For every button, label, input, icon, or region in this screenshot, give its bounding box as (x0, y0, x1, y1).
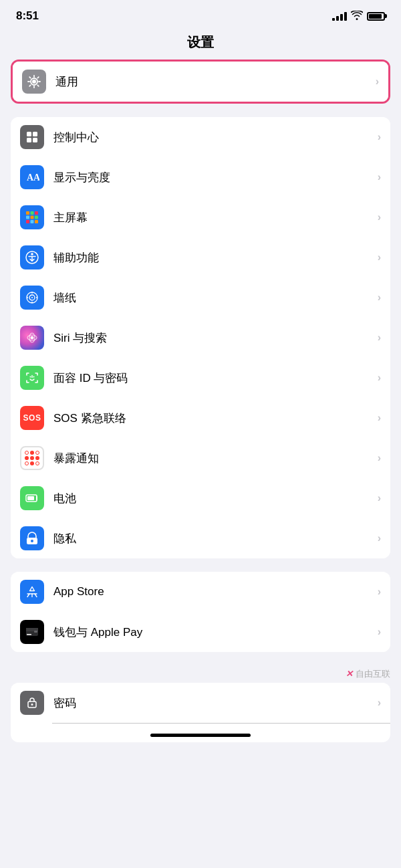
svg-rect-31 (27, 496, 34, 500)
settings-item-general[interactable]: 通用 › (13, 62, 388, 102)
settings-item-wallet[interactable]: 钱包与 Apple Pay › (11, 612, 390, 652)
svg-point-20 (31, 297, 33, 298)
svg-rect-13 (26, 220, 29, 223)
settings-group-general: 通用 › (11, 60, 390, 104)
svg-rect-4 (33, 132, 37, 136)
svg-rect-8 (31, 211, 34, 215)
faceid-icon (20, 366, 44, 390)
settings-item-battery[interactable]: 电池 › (11, 478, 390, 518)
settings-item-wallpaper[interactable]: 墙纸 › (11, 278, 390, 318)
svg-rect-12 (35, 216, 38, 219)
appstore-chevron: › (378, 586, 381, 598)
control-chevron: › (378, 131, 381, 143)
appstore-label: App Store (53, 585, 374, 599)
battery-label: 电池 (53, 491, 374, 506)
settings-item-exposure[interactable]: 暴露通知 › (11, 438, 390, 478)
control-icon (20, 125, 44, 149)
settings-item-appstore[interactable]: App Store › (11, 572, 390, 612)
battery-settings-icon (20, 486, 44, 510)
wallet-label: 钱包与 Apple Pay (53, 625, 374, 640)
settings-item-faceid[interactable]: 面容 ID 与密码 › (11, 358, 390, 398)
general-label: 通用 (55, 74, 372, 90)
settings-item-sos[interactable]: SOS SOS 紧急联络 › (11, 398, 390, 438)
svg-point-28 (30, 376, 31, 378)
accessibility-icon (20, 245, 44, 269)
battery-chevron: › (378, 492, 381, 504)
password-icon (20, 691, 44, 715)
svg-rect-15 (35, 220, 38, 223)
status-bar: 8:51 (0, 0, 401, 28)
privacy-icon (20, 526, 44, 550)
home-indicator (150, 734, 251, 737)
display-icon: AA (20, 165, 44, 189)
svg-rect-10 (26, 216, 29, 219)
accessibility-label: 辅助功能 (53, 250, 374, 265)
homescreen-icon (20, 205, 44, 229)
sos-label: SOS 紧急联络 (53, 411, 374, 426)
svg-rect-11 (31, 216, 34, 219)
faceid-label: 面容 ID 与密码 (53, 370, 374, 386)
status-time: 8:51 (16, 9, 39, 23)
general-icon (22, 70, 46, 94)
svg-rect-2 (27, 132, 31, 136)
exposure-icon (20, 446, 44, 470)
wallet-icon (20, 620, 44, 644)
wallpaper-label: 墙纸 (53, 290, 374, 306)
wallet-chevron: › (378, 626, 381, 638)
settings-item-siri[interactable]: Siri 与搜索 › (11, 318, 390, 358)
battery-icon (367, 12, 385, 21)
appstore-icon (20, 580, 44, 604)
status-icons (332, 11, 385, 22)
settings-group-main: 控制中心 › AA 显示与亮度 › 主屏幕 › (11, 117, 390, 558)
password-label: 密码 (53, 695, 374, 711)
wallpaper-chevron: › (378, 292, 381, 304)
siri-chevron: › (378, 332, 381, 344)
svg-rect-5 (33, 138, 37, 142)
privacy-chevron: › (378, 532, 381, 544)
homescreen-chevron: › (378, 211, 381, 223)
sos-icon: SOS (20, 406, 44, 430)
control-label: 控制中心 (53, 130, 374, 145)
svg-rect-3 (27, 138, 31, 142)
watermark: ✕ 自由互联 (0, 665, 401, 683)
privacy-label: 隐私 (53, 531, 374, 546)
svg-point-17 (31, 253, 33, 255)
svg-text:AA: AA (27, 173, 39, 183)
wallpaper-icon (20, 286, 44, 310)
svg-point-29 (33, 376, 35, 378)
settings-item-password[interactable]: 密码 › (11, 683, 390, 723)
svg-point-27 (31, 336, 34, 340)
sos-chevron: › (378, 412, 381, 424)
svg-rect-7 (26, 211, 29, 215)
exposure-label: 暴露通知 (53, 451, 374, 466)
svg-point-0 (32, 80, 36, 84)
settings-item-display[interactable]: AA 显示与亮度 › (11, 157, 390, 197)
settings-item-accessibility[interactable]: 辅助功能 › (11, 237, 390, 278)
settings-item-homescreen[interactable]: 主屏幕 › (11, 197, 390, 237)
svg-rect-36 (34, 631, 37, 633)
settings-group-apps: App Store › 钱包与 Apple Pay › (11, 572, 390, 652)
svg-rect-14 (31, 220, 34, 223)
wifi-icon (351, 11, 363, 22)
exposure-chevron: › (378, 452, 381, 464)
svg-rect-9 (35, 211, 38, 215)
faceid-chevron: › (378, 372, 381, 384)
general-chevron: › (376, 76, 379, 88)
svg-point-39 (31, 703, 33, 706)
accessibility-chevron: › (378, 251, 381, 263)
signal-icon (332, 12, 347, 21)
password-chevron: › (378, 697, 381, 709)
settings-group-password: 密码 › (11, 683, 390, 742)
svg-rect-37 (27, 634, 31, 635)
settings-item-control[interactable]: 控制中心 › (11, 117, 390, 157)
page-title: 设置 (0, 28, 401, 60)
homescreen-label: 主屏幕 (53, 210, 374, 225)
settings-item-privacy[interactable]: 隐私 › (11, 518, 390, 558)
siri-icon (20, 326, 44, 350)
svg-point-33 (31, 540, 33, 542)
display-chevron: › (378, 171, 381, 183)
siri-label: Siri 与搜索 (53, 330, 374, 346)
display-label: 显示与亮度 (53, 170, 374, 185)
